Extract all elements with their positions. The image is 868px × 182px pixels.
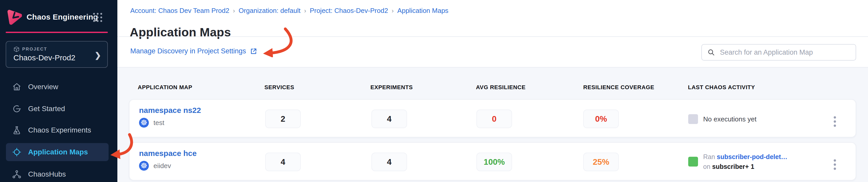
application-map-link[interactable]: namespace hce <box>139 149 196 157</box>
status-square-icon <box>688 114 698 124</box>
avg-resilience-chip: 100% <box>476 153 512 171</box>
app-title: Chaos Engineering <box>27 12 98 21</box>
brand: Chaos Engineering <box>7 9 98 25</box>
header-divider <box>117 36 868 37</box>
sidebar-item-application-maps[interactable]: Application Maps <box>6 143 108 161</box>
brand-accent-rule <box>6 32 108 33</box>
sidebar: Chaos Engineering PROJECT Chaos-Dev-Prod… <box>0 0 117 182</box>
column-header-services: SERVICES <box>265 84 294 91</box>
activity-text: No executions yet <box>703 115 756 123</box>
experiment-link[interactable]: subscriber-pod-delet… <box>717 153 787 160</box>
page-title: Application Maps <box>130 25 231 39</box>
search-box <box>701 44 856 61</box>
services-count-chip: 4 <box>265 153 301 171</box>
column-header-resilience-coverage: RESILIENCE COVERAGE <box>583 84 654 91</box>
kubernetes-icon: ☸ <box>139 161 149 171</box>
column-header-experiments: EXPERIMENTS <box>370 84 413 91</box>
column-header-last-chaos-activity: LAST CHAOS ACTIVITY <box>688 84 755 91</box>
infrastructure-label: test <box>153 119 164 127</box>
sidebar-item-get-started[interactable]: Get Started <box>6 100 108 118</box>
kubernetes-icon: ☸ <box>139 118 149 128</box>
main-content: Account: Chaos Dev Team Prod2›Organizati… <box>117 0 868 182</box>
services-count-chip: 2 <box>265 110 301 128</box>
external-link-icon <box>250 48 257 55</box>
application-map-cell: namespace ns22 ☸ test <box>139 106 201 128</box>
activity-on-label: on <box>703 163 710 170</box>
activity-ran-label: Ran <box>703 153 715 160</box>
sidebar-item-label: Chaos Experiments <box>28 126 91 134</box>
experiments-count: 4 <box>387 157 392 167</box>
breadcrumb: Account: Chaos Dev Team Prod2›Organizati… <box>130 7 448 15</box>
experiments-count-chip: 4 <box>371 153 407 171</box>
resilience-coverage-chip: 0% <box>583 110 619 128</box>
sidebar-item-overview[interactable]: Overview <box>6 78 108 96</box>
column-header-avg-resilience: AVG RESILIENCE <box>476 84 526 91</box>
avg-resilience-value: 0 <box>492 114 497 124</box>
experiments-count-chip: 4 <box>371 110 407 128</box>
sidebar-item-chaoshubs[interactable]: ChaosHubs <box>6 165 108 182</box>
infrastructure-label: eiidev <box>153 162 171 170</box>
breadcrumb-separator: › <box>304 7 306 14</box>
last-chaos-activity-cell: Ran subscriber-pod-delet… on subscriber+… <box>688 152 787 171</box>
resilience-coverage-value: 25% <box>593 157 609 167</box>
crosshair-icon <box>12 148 22 157</box>
hub-network-icon <box>12 170 22 179</box>
get-started-icon <box>12 104 22 114</box>
breadcrumb-current-page[interactable]: Application Maps <box>397 7 448 14</box>
breadcrumb-project-link[interactable]: Project: Chaos-Dev-Prod2 <box>310 7 388 14</box>
resilience-coverage-chip: 25% <box>583 153 619 171</box>
cube-icon <box>13 46 20 52</box>
breadcrumb-organization-link[interactable]: Organization: default <box>239 7 301 14</box>
project-name: Chaos-Dev-Prod2 <box>13 53 75 62</box>
status-square-icon <box>688 157 698 166</box>
experiments-count: 4 <box>387 114 392 124</box>
breadcrumb-account-link[interactable]: Account: Chaos Dev Team Prod2 <box>130 7 229 14</box>
services-count: 2 <box>281 114 285 124</box>
row-menu-button[interactable] <box>829 113 840 130</box>
manage-discovery-label: Manage Discovery in Project Settings <box>130 47 246 55</box>
sidebar-item-label: Overview <box>28 83 58 91</box>
project-selector[interactable]: PROJECT Chaos-Dev-Prod2 ❯ <box>6 41 108 68</box>
sidebar-item-label: Application Maps <box>28 148 88 156</box>
sidebar-item-label: Get Started <box>28 105 65 113</box>
services-count: 4 <box>281 157 285 167</box>
harness-chaos-logo-icon <box>7 9 22 25</box>
column-header-application-map: APPLICATION MAP <box>138 84 192 91</box>
application-map-cell: namespace hce ☸ eiidev <box>139 149 196 171</box>
sidebar-item-chaos-experiments[interactable]: Chaos Experiments <box>6 121 108 139</box>
project-label: PROJECT <box>22 47 47 52</box>
application-map-link[interactable]: namespace ns22 <box>139 106 201 115</box>
search-input[interactable] <box>719 48 850 57</box>
activity-target: subscriber+ 1 <box>712 163 754 170</box>
module-grid-icon[interactable] <box>93 13 103 23</box>
home-icon <box>12 82 22 92</box>
resilience-coverage-value: 0% <box>595 114 607 124</box>
flask-icon <box>12 125 22 135</box>
sidebar-item-label: ChaosHubs <box>28 170 66 178</box>
application-maps-table: APPLICATION MAP SERVICES EXPERIMENTS AVG… <box>117 67 868 182</box>
chaos-engineering-app: Chaos Engineering PROJECT Chaos-Dev-Prod… <box>0 0 868 182</box>
search-icon <box>707 48 715 57</box>
chevron-right-icon: ❯ <box>95 51 101 60</box>
avg-resilience-chip: 0 <box>476 110 512 128</box>
breadcrumb-separator: › <box>392 7 394 14</box>
breadcrumb-separator: › <box>233 7 235 14</box>
manage-discovery-link[interactable]: Manage Discovery in Project Settings <box>130 47 257 55</box>
table-row[interactable]: namespace hce ☸ eiidev 4 4 100% 25% Ran … <box>129 142 856 180</box>
row-menu-button[interactable] <box>829 156 840 173</box>
avg-resilience-value: 100% <box>484 157 505 167</box>
last-chaos-activity-cell: No executions yet <box>688 114 756 124</box>
table-row[interactable]: namespace ns22 ☸ test 2 4 0 0% No execut… <box>129 99 856 138</box>
